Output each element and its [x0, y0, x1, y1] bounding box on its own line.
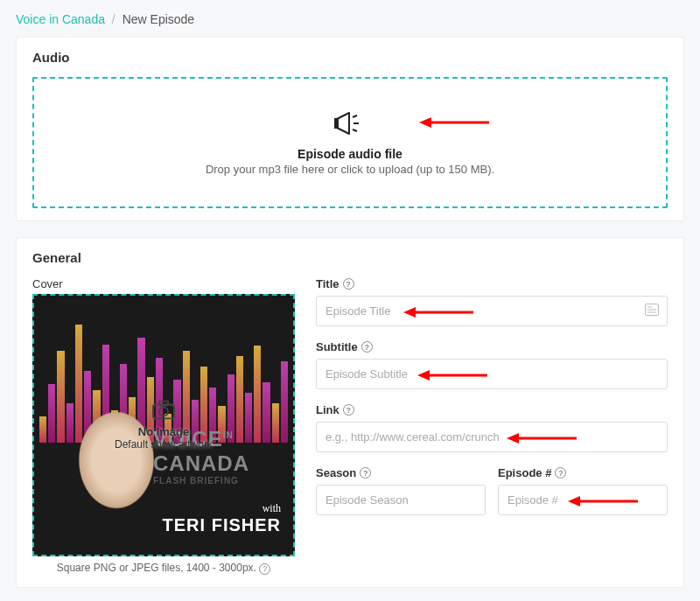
- subtitle-input[interactable]: [316, 359, 668, 389]
- subtitle-label: Subtitle: [316, 340, 358, 353]
- help-icon[interactable]: ?: [360, 467, 371, 479]
- camera-icon: [152, 401, 175, 423]
- cover-upload[interactable]: VOICEIN CANADA FLASH BRIEFING with TERI …: [32, 294, 295, 556]
- cover-label: Cover: [32, 277, 295, 290]
- season-field: Season ?: [316, 466, 486, 515]
- svg-marker-2: [419, 117, 431, 128]
- episode-number-input[interactable]: [498, 485, 668, 515]
- title-label: Title: [316, 277, 340, 290]
- arrow-annotation-icon: [419, 114, 489, 131]
- help-icon[interactable]: ?: [343, 404, 354, 416]
- breadcrumb-link[interactable]: Voice in Canada: [16, 12, 105, 26]
- breadcrumb-current: New Episode: [122, 12, 195, 26]
- dropzone-subtitle: Drop your mp3 file here or click to uplo…: [206, 163, 494, 176]
- subtitle-field: Subtitle ?: [316, 340, 668, 389]
- cover-column: Cover: [32, 277, 295, 575]
- help-icon[interactable]: ?: [343, 278, 354, 290]
- audio-card: Audio Episode audio file Drop your mp3 f…: [16, 37, 684, 221]
- link-field: Link ?: [316, 403, 668, 452]
- cover-name: with TERI FISHER: [163, 502, 281, 535]
- audio-header: Audio: [17, 38, 683, 72]
- breadcrumb-separator: /: [112, 12, 116, 26]
- svg-point-4: [159, 408, 168, 416]
- title-input[interactable]: [316, 296, 668, 326]
- megaphone-icon: [334, 110, 366, 140]
- audio-dropzone[interactable]: Episode audio file Drop your mp3 file he…: [32, 77, 668, 208]
- link-label: Link: [316, 403, 340, 416]
- dropzone-title: Episode audio file: [298, 147, 402, 161]
- link-input[interactable]: [316, 422, 668, 452]
- general-card: General Cover: [16, 237, 684, 588]
- general-header: General: [17, 238, 683, 272]
- episode-number-label: Episode #: [498, 466, 551, 479]
- season-input[interactable]: [316, 485, 486, 515]
- episode-number-field: Episode # ?: [498, 466, 668, 515]
- help-icon[interactable]: ?: [361, 341, 373, 353]
- breadcrumb: Voice in Canada / New Episode: [16, 12, 684, 26]
- cover-center-overlay: No Image Default show artwork: [115, 401, 213, 451]
- help-icon[interactable]: ?: [259, 563, 270, 575]
- season-label: Season: [316, 466, 356, 479]
- svg-rect-5: [159, 402, 168, 406]
- cover-hint: Square PNG or JPEG files, 1400 - 3000px.…: [32, 562, 295, 575]
- fields-column: Title ? Sub: [316, 277, 668, 575]
- title-field: Title ?: [316, 277, 668, 326]
- help-icon[interactable]: ?: [555, 467, 566, 479]
- template-icon[interactable]: [645, 304, 659, 319]
